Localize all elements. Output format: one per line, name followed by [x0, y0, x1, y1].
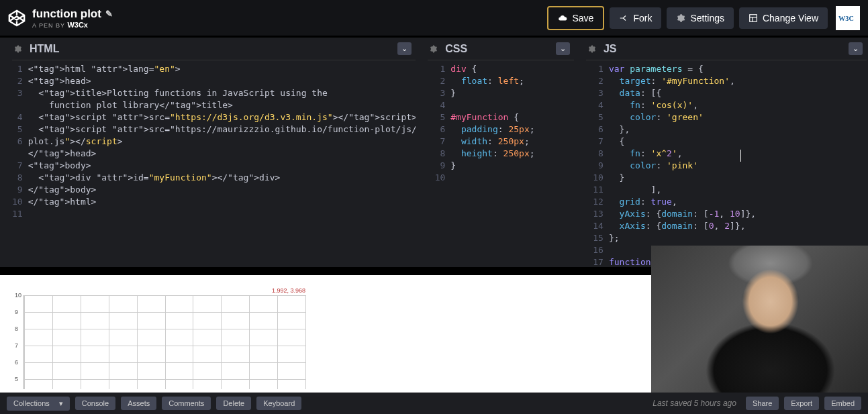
comments-button[interactable]: Comments — [162, 397, 211, 410]
fork-button[interactable]: Fork — [610, 7, 661, 29]
delete-button[interactable]: Delete — [216, 397, 251, 410]
svg-rect-0 — [750, 14, 757, 21]
html-editor[interactable]: 1234567891011 <"tag">html "attr">lang="e… — [12, 60, 416, 267]
embed-button[interactable]: Embed — [824, 397, 861, 410]
chevron-down-icon[interactable]: ⌄ — [556, 42, 570, 55]
svg-text:W3C: W3C — [838, 14, 854, 21]
w3c-icon: W3C — [838, 11, 857, 25]
chevron-down-icon[interactable]: ⌄ — [397, 42, 412, 55]
fork-icon — [619, 13, 628, 23]
codepen-logo-icon — [8, 9, 26, 27]
panel-html: HTML ⌄ 1234567891011 <"tag">html "attr">… — [12, 38, 416, 267]
panel-title-html: HTML — [30, 43, 59, 55]
chevron-down-icon[interactable]: ⌄ — [849, 42, 863, 55]
webcam-overlay — [651, 246, 868, 393]
keyboard-button[interactable]: Keyboard — [256, 397, 301, 410]
console-button[interactable]: Console — [75, 397, 115, 410]
pen-byline: A PEN BY W3Cx — [32, 21, 113, 29]
js-editor[interactable]: 1234567891011121314151617 var parameters… — [586, 60, 867, 267]
save-button[interactable]: Save — [547, 6, 604, 30]
css-editor[interactable]: 12345678910 div { float: left;} #myFunct… — [428, 60, 574, 267]
export-button[interactable]: Export — [784, 397, 819, 410]
layout-icon — [749, 13, 758, 23]
text-cursor — [740, 150, 741, 162]
panel-title-js: JS — [604, 43, 617, 55]
gear-icon[interactable] — [429, 44, 438, 54]
function-plot-chart[interactable]: 1.992, 3.968 1098765 — [23, 295, 305, 389]
settings-button[interactable]: Settings — [667, 7, 734, 29]
footer-bar: Collections▾ Console Assets Comments Del… — [0, 393, 868, 414]
gear-icon — [676, 13, 685, 23]
panel-js: JS ⌄ 1234567891011121314151617 var param… — [586, 38, 867, 267]
user-avatar[interactable]: W3C — [836, 6, 860, 30]
cloud-icon — [558, 13, 567, 23]
panel-title-css: CSS — [445, 43, 467, 55]
pen-title: function plot — [32, 7, 101, 21]
editor-panels: HTML ⌄ 1234567891011 <"tag">html "attr">… — [0, 38, 868, 267]
share-button[interactable]: Share — [746, 397, 779, 410]
gear-icon[interactable] — [13, 44, 23, 54]
panel-css: CSS ⌄ 12345678910 div { float: left;} #m… — [428, 38, 574, 267]
preview-pane: 1.992, 3.968 1098765 — [0, 275, 651, 393]
caret-down-icon: ▾ — [59, 399, 63, 408]
logo-area: function plot ✎ A PEN BY W3Cx — [8, 7, 113, 29]
assets-button[interactable]: Assets — [121, 397, 156, 410]
gear-icon[interactable] — [587, 44, 597, 54]
top-bar: function plot ✎ A PEN BY W3Cx Save Fork … — [0, 0, 868, 38]
collections-dropdown[interactable]: Collections▾ — [7, 397, 70, 411]
change-view-button[interactable]: Change View — [739, 7, 828, 29]
chart-tooltip: 1.992, 3.968 — [272, 287, 305, 294]
last-saved-text: Last saved 5 hours ago — [653, 399, 736, 408]
edit-title-icon[interactable]: ✎ — [105, 9, 113, 19]
